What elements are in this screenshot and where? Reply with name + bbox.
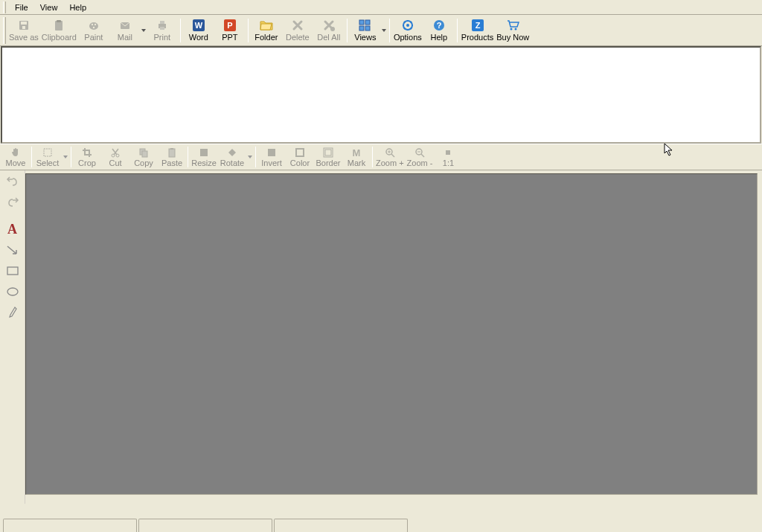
menu-file[interactable]: File — [9, 1, 34, 13]
preview-pane — [1, 46, 761, 144]
rotate-label: Rotate — [220, 159, 244, 167]
paste-label: Paste — [161, 159, 182, 167]
zoom-out-icon — [414, 147, 426, 158]
svg-point-8 — [93, 27, 95, 28]
del-all-label: Del All — [317, 33, 340, 42]
edit-separator — [71, 147, 71, 167]
svg-point-31 — [112, 154, 115, 157]
svg-rect-30 — [44, 149, 51, 156]
resize-icon — [198, 147, 210, 158]
help-icon: ? — [432, 19, 446, 32]
del-all-button[interactable]: Del All — [313, 16, 345, 45]
invert-button[interactable]: Invert — [257, 145, 286, 169]
select-label: Select — [36, 159, 60, 167]
clipboard-button[interactable]: Clipboard — [40, 16, 78, 45]
folder-button[interactable]: Folder — [251, 16, 282, 45]
toolbar-grip — [3, 17, 6, 44]
ellipse-tool-button[interactable] — [3, 283, 22, 300]
svg-rect-34 — [142, 151, 147, 157]
rotate-button[interactable]: Rotate — [218, 145, 246, 169]
svg-rect-38 — [268, 149, 275, 156]
svg-text:P: P — [227, 21, 232, 30]
products-button[interactable]: Z Products — [460, 16, 495, 45]
invert-icon — [266, 147, 278, 158]
clipboard-icon — [52, 19, 65, 32]
svg-rect-37 — [200, 149, 208, 156]
color-button[interactable]: Color — [286, 145, 314, 169]
svg-rect-4 — [57, 20, 61, 22]
select-button[interactable]: Select — [33, 145, 62, 169]
select-dropdown[interactable] — [62, 145, 69, 169]
save-icon — [17, 19, 31, 32]
svg-point-47 — [7, 288, 18, 295]
menu-view[interactable]: View — [34, 1, 64, 13]
status-tab[interactable] — [138, 519, 272, 532]
one-to-one-button[interactable]: 1:1 — [434, 145, 462, 169]
zoom-out-label: Zoom - — [407, 159, 433, 167]
word-icon: W — [192, 19, 205, 32]
hand-icon — [10, 147, 22, 158]
menu-grip — [3, 1, 6, 13]
views-button[interactable]: Views — [350, 16, 381, 45]
mark-icon: M — [350, 147, 362, 158]
views-dropdown[interactable] — [381, 16, 387, 45]
zoom-out-button[interactable]: Zoom - — [406, 145, 435, 169]
buy-now-button[interactable]: Buy Now — [495, 16, 531, 45]
zoom-in-button[interactable]: Zoom + — [374, 145, 406, 169]
mark-button[interactable]: M Mark — [342, 145, 371, 169]
delete-button[interactable]: Delete — [282, 16, 313, 45]
svg-text:M: M — [353, 147, 361, 158]
options-button[interactable]: Options — [392, 16, 423, 45]
tool-sidebar: A — [0, 170, 25, 504]
move-button[interactable]: Move — [1, 145, 30, 169]
rect-icon — [6, 266, 19, 276]
arrow-icon — [6, 245, 19, 255]
status-bar — [0, 514, 762, 532]
svg-rect-19 — [365, 20, 370, 25]
products-icon: Z — [471, 19, 484, 32]
border-button[interactable]: Border — [314, 145, 342, 169]
folder-label: Folder — [254, 33, 278, 42]
crop-icon — [81, 147, 93, 158]
rotate-dropdown[interactable] — [246, 145, 254, 169]
mail-dropdown[interactable] — [141, 16, 147, 45]
copy-button[interactable]: Copy — [129, 145, 158, 169]
save-as-button[interactable]: Save as — [7, 16, 40, 45]
redo-button[interactable] — [3, 194, 22, 211]
word-button[interactable]: W Word — [183, 16, 214, 45]
ppt-button[interactable]: P PPT — [214, 16, 246, 45]
views-icon — [359, 19, 372, 32]
border-label: Border — [316, 159, 340, 167]
svg-point-5 — [89, 22, 98, 30]
paint-button[interactable]: Paint — [78, 16, 109, 45]
mail-icon — [118, 19, 132, 32]
help-button[interactable]: ? Help — [423, 16, 455, 45]
status-tab[interactable] — [3, 519, 137, 532]
buy-now-label: Buy Now — [496, 33, 529, 42]
folder-icon — [260, 19, 273, 32]
rect-tool-button[interactable] — [3, 263, 22, 279]
mail-button[interactable]: Mail — [109, 16, 141, 45]
undo-button[interactable] — [3, 173, 22, 190]
canvas[interactable] — [25, 173, 758, 495]
paste-icon — [166, 147, 178, 158]
text-tool-button[interactable]: A — [3, 221, 22, 237]
editor-section: Move Select Crop Cut — [0, 144, 762, 504]
pen-tool-button[interactable] — [3, 304, 22, 321]
help-label: Help — [431, 33, 448, 42]
toolbar-separator — [248, 19, 249, 42]
status-tab[interactable] — [274, 519, 408, 532]
select-icon — [42, 147, 54, 158]
svg-point-7 — [95, 24, 96, 25]
cut-button[interactable]: Cut — [101, 145, 129, 169]
paste-button[interactable]: Paste — [158, 145, 186, 169]
toolbar-separator — [180, 19, 181, 42]
toolbar-separator — [457, 19, 458, 42]
crop-button[interactable]: Crop — [73, 145, 101, 169]
ratio-icon — [442, 147, 454, 158]
svg-rect-36 — [170, 148, 173, 150]
print-button[interactable]: Print — [147, 16, 178, 45]
resize-button[interactable]: Resize — [190, 145, 218, 169]
menu-help[interactable]: Help — [63, 1, 92, 13]
arrow-tool-button[interactable] — [3, 242, 22, 258]
